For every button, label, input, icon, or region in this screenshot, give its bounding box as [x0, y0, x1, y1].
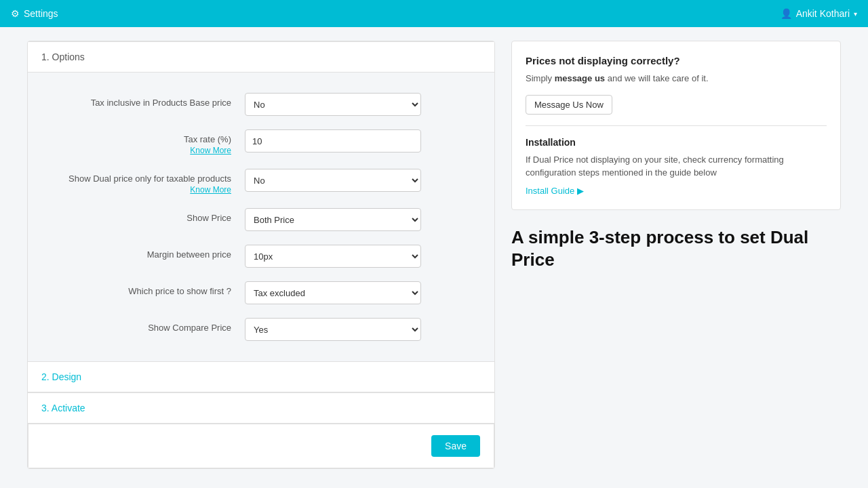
- tax-inclusive-select[interactable]: No Yes: [245, 93, 421, 116]
- compare-price-select[interactable]: Yes No: [245, 318, 421, 341]
- message-us-button[interactable]: Message Us Now: [526, 95, 612, 115]
- header-right[interactable]: 👤 Ankit Kothari ▾: [781, 8, 857, 19]
- header-left: ⚙ Settings: [11, 8, 58, 19]
- tax-rate-label: Tax rate (%): [184, 134, 231, 144]
- section2-block: 2. Design: [28, 361, 494, 392]
- tax-rate-know-more-link[interactable]: Know More: [41, 146, 231, 155]
- which-price-select[interactable]: Tax excluded Tax included: [245, 281, 421, 304]
- installation-description: If Dual Price not displaying on your sit…: [526, 153, 827, 180]
- tax-inclusive-label-col: Tax inclusive in Products Base price: [41, 93, 245, 108]
- user-name: Ankit Kothari: [796, 8, 850, 19]
- show-price-select[interactable]: Both Price Tax included Tax excluded: [245, 208, 421, 231]
- compare-price-row: Show Compare Price Yes No: [28, 311, 494, 348]
- which-price-row: Which price to show first ? Tax excluded…: [28, 274, 494, 311]
- installation-heading: Installation: [526, 137, 827, 148]
- section1-title: 1. Options: [41, 52, 85, 62]
- settings-label: Settings: [24, 8, 58, 19]
- installation-section: Installation If Dual Price not displayin…: [526, 137, 827, 196]
- margin-select[interactable]: 10px 5px 15px 20px: [245, 245, 421, 268]
- gear-icon: ⚙: [11, 8, 20, 19]
- show-price-label: Show Price: [186, 213, 231, 223]
- margin-control: 10px 5px 15px 20px: [245, 245, 481, 268]
- margin-row: Margin between price 10px 5px 15px 20px: [28, 238, 494, 274]
- show-price-control: Both Price Tax included Tax excluded: [245, 208, 481, 231]
- tax-rate-input[interactable]: [245, 129, 421, 152]
- options-content: Tax inclusive in Products Base price No …: [28, 73, 494, 361]
- install-guide-link[interactable]: Install Guide ▶: [526, 186, 584, 196]
- show-price-label-col: Show Price: [41, 208, 245, 223]
- app-header: ⚙ Settings 👤 Ankit Kothari ▾: [0, 0, 868, 27]
- which-price-label-col: Which price to show first ?: [41, 281, 245, 296]
- save-row: Save: [28, 424, 494, 468]
- section3-block: 3. Activate: [28, 392, 494, 424]
- show-price-row: Show Price Both Price Tax included Tax e…: [28, 201, 494, 238]
- show-dual-price-control: No Yes: [245, 169, 481, 192]
- margin-label: Margin between price: [147, 249, 231, 260]
- info-card-heading: Prices not displaying correctly?: [526, 55, 827, 66]
- margin-label-col: Margin between price: [41, 245, 245, 260]
- tax-inclusive-label: Tax inclusive in Products Base price: [91, 98, 231, 108]
- info-card: Prices not displaying correctly? Simply …: [511, 41, 841, 210]
- tax-rate-label-col: Tax rate (%) Know More: [41, 129, 245, 155]
- compare-price-label: Show Compare Price: [148, 323, 231, 333]
- main-container: 1. Options Tax inclusive in Products Bas…: [0, 27, 868, 483]
- which-price-control: Tax excluded Tax included: [245, 281, 481, 304]
- message-us-text: message us: [555, 73, 605, 83]
- left-panel: 1. Options Tax inclusive in Products Bas…: [27, 41, 495, 469]
- save-button[interactable]: Save: [431, 435, 480, 457]
- show-dual-price-know-more-link[interactable]: Know More: [41, 185, 231, 195]
- user-dropdown-arrow[interactable]: ▾: [854, 10, 857, 18]
- show-dual-price-select[interactable]: No Yes: [245, 169, 421, 192]
- info-card-divider: [526, 125, 827, 126]
- section1-header: 1. Options: [28, 42, 494, 73]
- show-dual-price-label: Show Dual price only for taxable product…: [68, 174, 231, 184]
- tax-rate-row: Tax rate (%) Know More: [28, 123, 494, 162]
- tax-inclusive-control: No Yes: [245, 93, 481, 116]
- tax-rate-control: [245, 129, 481, 152]
- big-heading: A simple 3-step process to set Dual Pric…: [511, 226, 841, 272]
- section2-title[interactable]: 2. Design: [41, 371, 81, 382]
- right-panel: Prices not displaying correctly? Simply …: [511, 41, 841, 469]
- which-price-label: Which price to show first ?: [128, 286, 231, 296]
- section3-header[interactable]: 3. Activate: [28, 393, 494, 424]
- compare-price-label-col: Show Compare Price: [41, 318, 245, 333]
- info-card-description: Simply message us and we will take care …: [526, 72, 827, 85]
- section3-title[interactable]: 3. Activate: [41, 403, 85, 413]
- user-icon: 👤: [781, 8, 792, 19]
- tax-inclusive-row: Tax inclusive in Products Base price No …: [28, 86, 494, 123]
- section2-header[interactable]: 2. Design: [28, 362, 494, 392]
- sections-wrapper: 1. Options Tax inclusive in Products Bas…: [27, 41, 495, 469]
- show-dual-price-label-col: Show Dual price only for taxable product…: [41, 169, 245, 195]
- section1-block: 1. Options Tax inclusive in Products Bas…: [28, 41, 494, 361]
- compare-price-control: Yes No: [245, 318, 481, 341]
- show-dual-price-row: Show Dual price only for taxable product…: [28, 162, 494, 201]
